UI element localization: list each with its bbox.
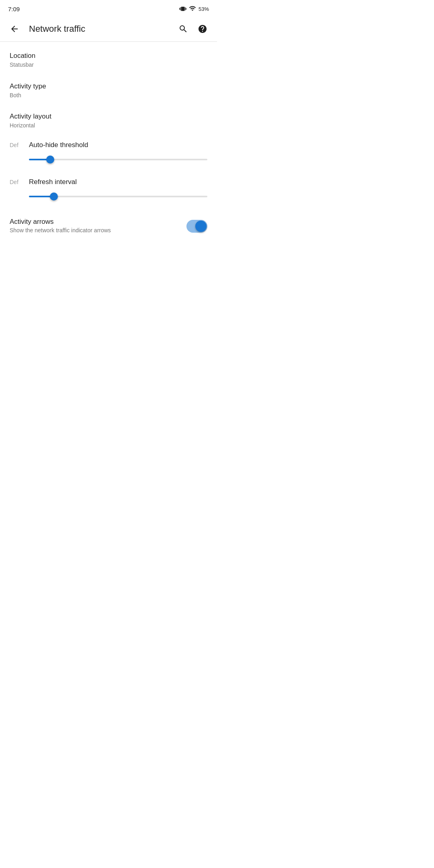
activity-layout-content: Activity layout Horizontal [10, 112, 207, 130]
activity-arrows-content: Activity arrows Show the network traffic… [10, 218, 180, 235]
app-bar-actions [175, 21, 211, 37]
refresh-interval-def-label: Def [10, 179, 26, 185]
auto-hide-slider[interactable] [29, 152, 207, 167]
search-button[interactable] [175, 21, 191, 37]
auto-hide-threshold-setting: Def Auto-hide threshold [0, 136, 217, 173]
location-title: Location [10, 51, 207, 60]
refresh-interval-title: Refresh interval [29, 178, 77, 186]
auto-hide-thumb[interactable] [46, 156, 54, 164]
refresh-interval-setting: Def Refresh interval [0, 173, 217, 210]
status-bar: 7:09 53% [0, 0, 217, 16]
activity-type-title: Activity type [10, 82, 207, 91]
auto-hide-header: Def Auto-hide threshold [10, 141, 207, 149]
activity-layout-title: Activity layout [10, 112, 207, 121]
status-icons: 53% [179, 5, 209, 13]
refresh-interval-slider[interactable] [29, 189, 207, 204]
location-setting[interactable]: Location Statusbar [0, 45, 217, 76]
location-subtitle: Statusbar [10, 61, 207, 69]
activity-arrows-toggle[interactable] [186, 220, 207, 233]
activity-layout-subtitle: Horizontal [10, 122, 207, 130]
help-button[interactable] [194, 21, 211, 37]
auto-hide-def-label: Def [10, 142, 26, 148]
activity-type-subtitle: Both [10, 92, 207, 100]
auto-hide-slider-row [10, 152, 207, 167]
auto-hide-title: Auto-hide threshold [29, 141, 88, 149]
page-title: Network traffic [29, 24, 175, 34]
refresh-interval-header: Def Refresh interval [10, 178, 207, 186]
activity-arrows-title: Activity arrows [10, 218, 180, 226]
activity-type-setting[interactable]: Activity type Both [0, 76, 217, 106]
status-time: 7:09 [8, 6, 20, 12]
activity-layout-setting[interactable]: Activity layout Horizontal [0, 106, 217, 136]
settings-list: Location Statusbar Activity type Both Ac… [0, 42, 217, 246]
activity-arrows-subtitle: Show the network traffic indicator arrow… [10, 227, 180, 235]
wifi-icon [189, 5, 196, 13]
location-content: Location Statusbar [10, 51, 207, 69]
activity-type-content: Activity type Both [10, 82, 207, 100]
auto-hide-track-bg [29, 159, 207, 160]
app-bar: Network traffic [0, 16, 217, 42]
refresh-interval-thumb[interactable] [50, 192, 58, 201]
vibrate-icon [179, 5, 186, 12]
refresh-interval-slider-row [10, 189, 207, 204]
toggle-knob [195, 221, 207, 232]
activity-arrows-setting[interactable]: Activity arrows Show the network traffic… [0, 210, 217, 242]
battery-percentage: 53% [199, 6, 209, 12]
back-button[interactable] [6, 21, 23, 37]
